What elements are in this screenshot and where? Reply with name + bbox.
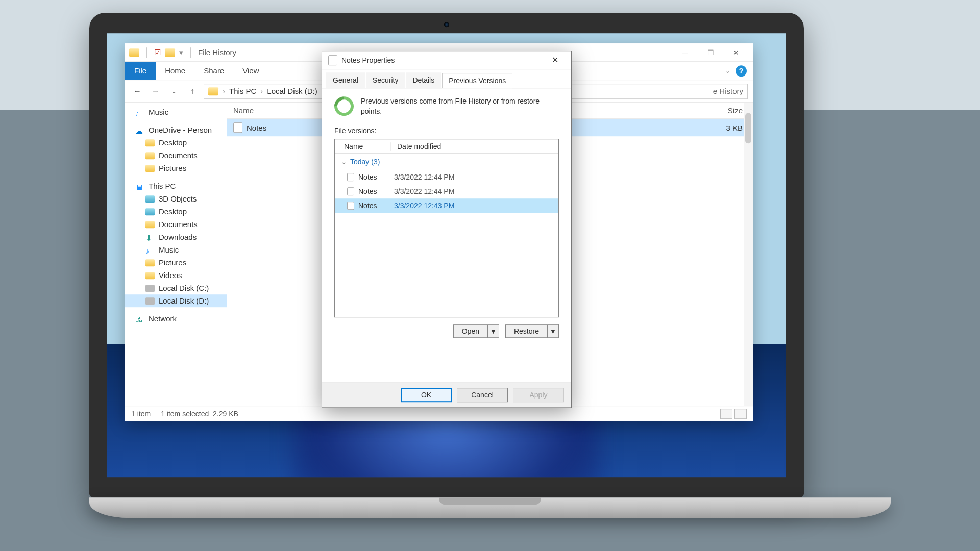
text-file-icon [347, 202, 354, 210]
laptop-base [89, 497, 891, 518]
sidebar-item-desktop[interactable]: Desktop [125, 205, 227, 218]
version-item[interactable]: Notes3/3/2022 12:43 PM [335, 198, 558, 213]
recent-dropdown[interactable]: ⌄ [167, 84, 181, 98]
music-icon: ♪ [135, 109, 144, 116]
version-item[interactable]: Notes3/3/2022 12:44 PM [335, 170, 558, 184]
status-selected: 1 item selected 2.29 KB [161, 410, 238, 418]
ribbon-tab-share[interactable]: Share [194, 62, 233, 80]
restore-split-button[interactable]: Restore ▼ [505, 324, 559, 338]
file-versions-label: File versions: [334, 127, 559, 135]
minimize-button[interactable]: ─ [672, 43, 698, 62]
version-group-today[interactable]: ⌄ Today (3) [335, 154, 558, 170]
tab-security[interactable]: Security [366, 72, 405, 88]
sidebar-item-onedrive[interactable]: ☁OneDrive - Person [125, 123, 227, 136]
maximize-button[interactable]: ☐ [698, 43, 723, 62]
open-split-button[interactable]: Open ▼ [453, 324, 499, 338]
breadcrumb-item[interactable]: Local Disk (D:) [267, 87, 317, 95]
version-item[interactable]: Notes3/3/2022 12:44 PM [335, 184, 558, 198]
ribbon-expand-icon[interactable]: ⌄ [725, 67, 730, 74]
column-header-name[interactable]: Name [335, 142, 391, 151]
up-button[interactable]: ↑ [185, 84, 200, 98]
folder-icon [145, 139, 155, 146]
folder-icon [145, 221, 155, 228]
laptop-notch [439, 497, 541, 505]
sidebar-item-drive-d[interactable]: Local Disk (D:) [125, 294, 227, 307]
cancel-button[interactable]: Cancel [457, 388, 508, 402]
forward-button[interactable]: → [149, 84, 163, 98]
sidebar-item-label: Downloads [159, 233, 197, 241]
chevron-right-icon: › [260, 87, 263, 95]
back-button[interactable]: ← [130, 84, 144, 98]
close-button[interactable]: ✕ [545, 51, 565, 69]
ok-button[interactable]: OK [401, 388, 452, 402]
sidebar-item-desktop[interactable]: Desktop [125, 136, 227, 149]
dialog-tabs: General Security Details Previous Versio… [322, 72, 571, 88]
sidebar-item-music[interactable]: ♪Music [125, 243, 227, 256]
qat-dropdown-icon[interactable]: ▾ [179, 48, 183, 57]
sidebar-item-downloads[interactable]: ⬇Downloads [125, 231, 227, 243]
sidebar-item-label: Pictures [159, 164, 186, 172]
version-name: Notes [358, 202, 394, 210]
cloud-icon: ☁ [135, 127, 144, 134]
sidebar-item-label: Local Disk (C:) [159, 284, 209, 292]
sidebar-item-label: Desktop [159, 138, 187, 147]
qat-properties-icon[interactable]: ☑ [154, 48, 161, 57]
folder-icon [145, 152, 155, 159]
sidebar-item-network[interactable]: 🖧Network [125, 312, 227, 325]
text-file-icon [347, 173, 354, 181]
folder-icon[interactable] [165, 48, 175, 57]
sidebar-item-label: Music [159, 245, 179, 254]
restore-dropdown[interactable]: ▼ [548, 324, 559, 338]
quick-access-toolbar: ☑ ▾ [129, 47, 194, 58]
close-button[interactable]: ✕ [723, 43, 749, 62]
history-icon [334, 96, 354, 116]
sidebar-item-videos[interactable]: Videos [125, 269, 227, 282]
sidebar-item-music[interactable]: ♪Music [125, 106, 227, 118]
ribbon-tab-view[interactable]: View [233, 62, 268, 80]
sidebar-item-label: Videos [159, 271, 182, 280]
folder-icon [145, 272, 155, 279]
sidebar-item-drive-c[interactable]: Local Disk (C:) [125, 282, 227, 294]
sidebar-item-documents[interactable]: Documents [125, 149, 227, 162]
view-details-button[interactable] [720, 409, 732, 419]
help-icon[interactable]: ? [736, 65, 747, 77]
open-button[interactable]: Open [453, 324, 488, 338]
tab-details[interactable]: Details [406, 72, 441, 88]
sidebar-item-documents[interactable]: Documents [125, 218, 227, 231]
tab-previous-versions[interactable]: Previous Versions [442, 73, 512, 88]
open-dropdown[interactable]: ▼ [488, 324, 499, 338]
chevron-down-icon: ⌄ [341, 158, 347, 166]
desktop-screen: ☑ ▾ File History ─ ☐ ✕ File Home S [107, 33, 786, 477]
version-name: Notes [358, 173, 394, 181]
group-label: Today (3) [350, 158, 380, 166]
ribbon-tab-file[interactable]: File [125, 62, 156, 80]
folder-icon [145, 165, 155, 172]
network-icon: 🖧 [135, 315, 144, 322]
folder-icon [145, 259, 155, 266]
breadcrumb-item[interactable]: This PC [229, 87, 256, 95]
sidebar-item-label: Pictures [159, 258, 186, 267]
sidebar-item-label: Documents [159, 151, 198, 160]
dialog-titlebar[interactable]: Notes Properties ✕ [322, 51, 571, 69]
sidebar-item-label: Desktop [159, 207, 187, 216]
column-header-date[interactable]: Date modified [391, 142, 441, 151]
sidebar-item-label: 3D Objects [159, 194, 197, 203]
view-icons-button[interactable] [734, 409, 747, 419]
sidebar-item-thispc[interactable]: 🖥This PC [125, 180, 227, 192]
tab-general[interactable]: General [326, 72, 365, 88]
version-date: 3/3/2022 12:43 PM [394, 202, 454, 210]
sidebar-item-3dobjects[interactable]: 3D Objects [125, 192, 227, 205]
folder-icon [129, 48, 139, 57]
sidebar-item-pictures[interactable]: Pictures [125, 162, 227, 174]
restore-button[interactable]: Restore [505, 324, 548, 338]
version-column-headers[interactable]: Name Date modified [335, 139, 558, 154]
apply-button[interactable]: Apply [513, 388, 564, 402]
sidebar-item-label: This PC [149, 182, 176, 190]
version-date: 3/3/2022 12:44 PM [394, 187, 454, 195]
properties-dialog: Notes Properties ✕ General Security Deta… [322, 51, 572, 408]
sidebar-item-pictures[interactable]: Pictures [125, 256, 227, 269]
sidebar-item-label: OneDrive - Person [149, 126, 212, 134]
ribbon-tab-home[interactable]: Home [156, 62, 194, 80]
scrollbar[interactable] [744, 103, 753, 406]
folder-icon [208, 87, 218, 95]
